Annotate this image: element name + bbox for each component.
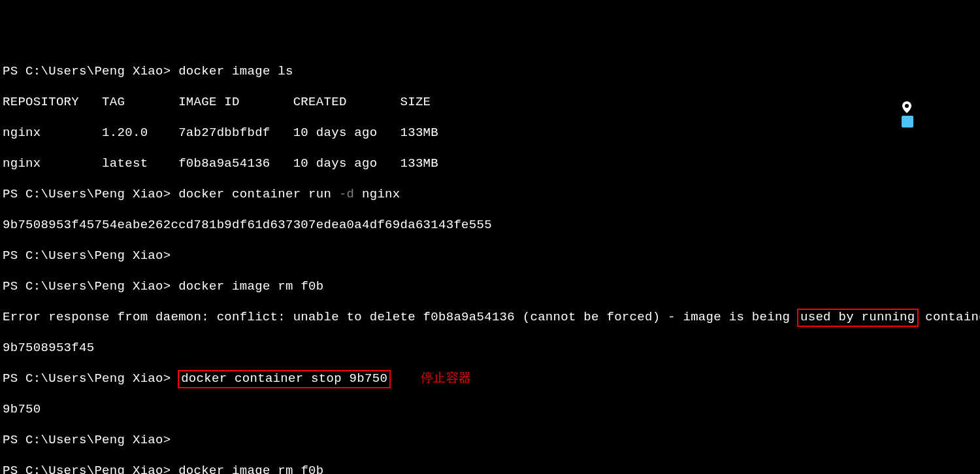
annotation-stop: 停止容器 <box>421 371 471 386</box>
highlight-stop-cmd: docker container stop 9b750 <box>178 370 391 388</box>
output-line: 9b750 <box>3 402 980 418</box>
table-row: nginx 1.20.0 7ab27dbbfbdf 10 days ago 13… <box>3 126 980 141</box>
prompt-line: PS C:\Users\Peng Xiao> <box>3 433 980 449</box>
highlight-running: used by running <box>797 309 919 327</box>
prompt-line: PS C:\Users\Peng Xiao> docker container … <box>3 371 980 387</box>
output-line: 9b7508953f45754eabe262ccd781b9df61d63730… <box>3 218 980 233</box>
prompt-line: PS C:\Users\Peng Xiao> docker image rm f… <box>3 279 980 295</box>
table-header: REPOSITORY TAG IMAGE ID CREATED SIZE <box>3 95 980 110</box>
scrollbar-thumb[interactable] <box>902 116 913 127</box>
prompt-line: PS C:\Users\Peng Xiao> docker image ls <box>3 64 980 80</box>
prompt-line: PS C:\Users\Peng Xiao> docker container … <box>3 187 980 203</box>
prompt-line: PS C:\Users\Peng Xiao> docker image rm f… <box>3 464 980 474</box>
svg-point-0 <box>905 104 909 108</box>
prompt-line: PS C:\Users\Peng Xiao> <box>3 248 980 264</box>
error-line: 9b7508953f45 <box>3 341 980 356</box>
table-row: nginx latest f0b8a9a54136 10 days ago 13… <box>3 156 980 172</box>
location-icon <box>902 101 911 113</box>
error-line: Error response from daemon: conflict: un… <box>3 310 980 326</box>
